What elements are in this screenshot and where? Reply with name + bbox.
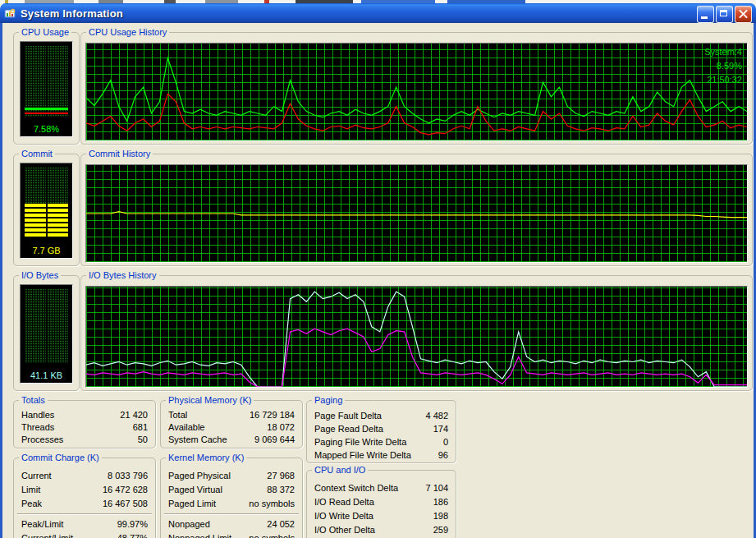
window-client-area: CPU Usage 7.58% Commit 7.7 [0,23,756,538]
row-label: I/O Other Delta [314,523,375,537]
io-bytes-value: 41.1 KB [21,370,72,380]
row-value: 8 033 796 [108,469,148,483]
physical-memory-caption: Physical Memory (K) [166,395,254,406]
panel-row: Mapped File Write Delta96 [307,448,456,462]
cpu-usage-history-graph: System:4 8.59% 21:50:32 [85,43,748,141]
io-history-chart [86,287,747,387]
panel-row: Peak16 467 508 [14,497,155,511]
kernel-memory-nonpaged-rows: Nonpaged24 052Nonpaged Limitno symbols [161,517,302,538]
panel-row: Handles21 420 [14,409,155,421]
commit-history-groupbox: Commit History [80,154,753,266]
totals-caption: Totals [19,395,48,406]
row-label: Available [168,421,204,434]
row-value: no symbols [249,497,295,511]
row-label: Current/Limit [21,531,73,538]
cpu-usage-value: 7.58% [21,124,72,134]
gauge-divider [46,168,48,238]
close-button[interactable] [735,6,752,23]
commit-caption: Commit [19,149,55,159]
row-label: Paged Physical [168,469,231,483]
row-label: Peak [21,497,42,511]
row-value: 174 [433,422,448,435]
panel-row: Current8 033 796 [14,469,155,483]
row-label: Nonpaged Limit [168,531,231,538]
panel-row: Paged Virtual88 372 [161,483,302,497]
panel-row: Page Read Delta174 [307,422,456,435]
panel-row: Limit16 472 628 [14,483,155,497]
row-value: 198 [433,509,448,523]
row-label: Paged Limit [168,497,216,511]
row-value: 16 472 628 [103,483,148,497]
commit-history-chart [86,165,747,262]
panel-row: I/O Write Delta198 [307,509,456,523]
row-value: 259 [433,523,448,537]
minimize-button[interactable] [697,6,714,23]
commit-charge-ratio-rows: Peak/Limit99.97%Current/Limit48.77% [14,517,155,538]
row-value: 24 052 [267,517,295,531]
row-value: 9 069 644 [254,434,295,446]
kernel-memory-rows: Paged Physical27 968Paged Virtual88 372P… [161,458,302,511]
row-label: Paged Virtual [168,483,222,497]
io-bytes-caption: I/O Bytes [19,270,61,281]
commit-groupbox: Commit 7.7 GB [13,154,80,266]
row-value: 18 072 [267,421,295,434]
commit-history-caption: Commit History [86,149,153,159]
row-label: I/O Write Delta [314,509,373,523]
paging-rows: Page Fault Delta4 482Page Read Delta174P… [307,401,456,462]
cpu-history-caption: CPU Usage History [86,27,169,38]
cpu-io-caption: CPU and I/O [312,465,368,476]
paging-caption: Paging [312,395,345,406]
row-value: 16 467 508 [103,497,148,511]
row-label: Mapped File Write Delta [314,448,411,462]
totals-panel: Totals Handles21 420Threads681Processes5… [13,400,156,448]
row-label: Paging File Write Delta [314,435,406,448]
panel-row: Available18 072 [161,421,302,434]
row-label: Current [21,469,52,483]
row-value: 21 420 [120,409,148,421]
commit-value: 7.7 GB [21,246,72,255]
physical-memory-rows: Total16 729 184Available18 072System Cac… [161,401,302,446]
cpu-io-rows: Context Switch Delta7 104I/O Read Delta1… [307,471,456,537]
row-label: Processes [21,434,63,446]
row-value: 27 968 [267,469,295,483]
panel-row: Paged Limitno symbols [161,497,302,511]
row-value: 99.97% [117,517,148,531]
cpu-current-bar [25,108,68,110]
io-history-groupbox: I/O Bytes History [80,275,753,391]
row-value: 4 482 [425,409,448,422]
row-label: Limit [21,483,40,497]
physical-memory-panel: Physical Memory (K) Total16 729 184Avail… [160,400,303,448]
commit-charge-panel: Commit Charge (K) Current8 033 796Limit1… [13,458,156,538]
cpu-usage-caption: CPU Usage [19,27,71,38]
row-label: Handles [21,409,54,421]
io-history-caption: I/O Bytes History [86,270,159,281]
row-value: 48.77% [117,531,148,538]
panel-row: Paging File Write Delta0 [307,435,456,448]
cpu-io-panel: CPU and I/O Context Switch Delta7 104I/O… [306,470,456,538]
overlay-clock: 21:50:32 [704,73,742,87]
commit-history-graph [85,164,748,263]
panel-row: Nonpaged24 052 [161,517,302,531]
cpu-history-overlay: System:4 8.59% 21:50:32 [704,45,742,87]
cpu-usage-groupbox: CPU Usage 7.58% [13,32,80,145]
maximize-button[interactable] [716,6,733,23]
panel-row: I/O Read Delta186 [307,495,456,509]
commit-charge-caption: Commit Charge (K) [19,453,102,463]
panel-row: Processes50 [14,434,155,446]
panel-row: Peak/Limit99.97% [14,517,155,531]
paging-panel: Paging Page Fault Delta4 482Page Read De… [306,400,456,463]
row-label: I/O Read Delta [314,495,374,509]
overlay-system-count: System:4 [704,45,742,59]
row-label: Nonpaged [168,517,210,531]
app-icon [3,7,16,20]
row-label: Total [168,409,187,421]
io-bytes-history-graph [85,286,748,388]
panel-row: Context Switch Delta7 104 [307,481,456,495]
gauge-divider [46,46,48,117]
cpu-kernel-bar [25,113,68,114]
panel-row: Page Fault Delta4 482 [307,409,456,422]
row-label: Peak/Limit [21,517,63,531]
title-bar[interactable]: System Information [0,3,756,23]
totals-rows: Handles21 420Threads681Processes50 [14,401,155,446]
row-value: 88 372 [267,483,295,497]
